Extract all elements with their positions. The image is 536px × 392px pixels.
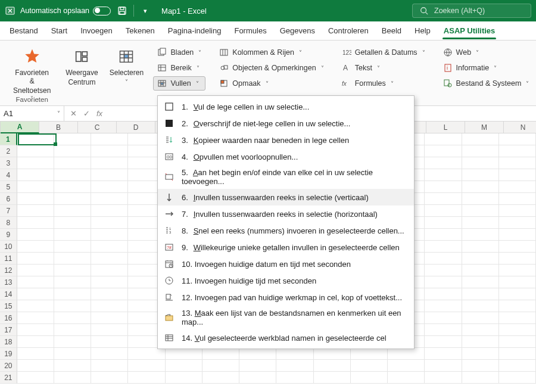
- row-header[interactable]: 10: [0, 241, 17, 253]
- cell[interactable]: [17, 205, 54, 217]
- cell[interactable]: [388, 348, 425, 360]
- cell[interactable]: [91, 241, 128, 253]
- cell[interactable]: [462, 312, 499, 324]
- cell[interactable]: [54, 312, 91, 324]
- cell[interactable]: [425, 372, 462, 384]
- search-box[interactable]: Zoeken (Alt+Q): [412, 4, 531, 18]
- cell[interactable]: [54, 217, 91, 229]
- tekst-button[interactable]: A Tekst˅: [338, 61, 429, 75]
- cell[interactable]: [239, 372, 276, 384]
- cell[interactable]: [91, 253, 128, 265]
- cell[interactable]: [17, 276, 54, 288]
- column-header[interactable]: D: [117, 122, 155, 133]
- cell[interactable]: [166, 360, 202, 372]
- cell[interactable]: [54, 276, 91, 288]
- cell[interactable]: [17, 336, 54, 348]
- menu-item-11[interactable]: 11. Invoegen huidige tijd met seconden: [158, 272, 414, 289]
- menu-item-5[interactable]: 5. Aan het begin en/of einde van elke ce…: [158, 165, 414, 189]
- cell[interactable]: [314, 372, 351, 384]
- cell[interactable]: [91, 145, 128, 157]
- tab-start[interactable]: Start: [45, 23, 73, 39]
- cell[interactable]: [128, 372, 165, 384]
- cell[interactable]: [462, 241, 499, 253]
- informatie-button[interactable]: i Informatie˅: [439, 61, 534, 75]
- cell[interactable]: [462, 133, 499, 145]
- cell[interactable]: [54, 253, 91, 265]
- cell[interactable]: [54, 300, 91, 312]
- cell[interactable]: [239, 360, 276, 372]
- cell[interactable]: [91, 372, 128, 384]
- menu-item-2[interactable]: 2. Overschrijf de niet-lege cellen in uw…: [158, 115, 414, 132]
- cell[interactable]: [54, 181, 91, 193]
- cell[interactable]: [462, 217, 499, 229]
- save-icon[interactable]: [116, 4, 129, 17]
- cell[interactable]: [17, 217, 54, 229]
- confirm-icon[interactable]: ✓: [81, 109, 92, 118]
- cell[interactable]: [17, 265, 54, 276]
- row-header[interactable]: 11: [0, 253, 17, 265]
- cell[interactable]: [462, 324, 499, 336]
- row-header[interactable]: 3: [0, 157, 17, 169]
- cell[interactable]: [239, 348, 276, 360]
- cell[interactable]: [17, 360, 54, 372]
- cell[interactable]: [91, 336, 128, 348]
- cell[interactable]: [462, 336, 499, 348]
- cell[interactable]: [166, 372, 202, 384]
- cell[interactable]: [499, 276, 536, 288]
- cell[interactable]: [499, 229, 536, 241]
- cell[interactable]: [17, 133, 54, 145]
- cell[interactable]: [54, 372, 91, 384]
- cell[interactable]: [462, 348, 499, 360]
- cell[interactable]: [425, 253, 462, 265]
- cell[interactable]: [91, 288, 128, 300]
- web-button[interactable]: Web˅: [439, 45, 534, 60]
- cell[interactable]: [425, 276, 462, 288]
- cell[interactable]: [54, 324, 91, 336]
- cell[interactable]: [17, 372, 54, 384]
- menu-item-14[interactable]: 14. Vul geselecteerde werkblad namen in …: [158, 329, 414, 346]
- column-header[interactable]: N: [504, 122, 536, 133]
- row-header[interactable]: 18: [0, 336, 17, 348]
- autosave-toggle[interactable]: Automatisch opslaan: [20, 7, 111, 15]
- cell[interactable]: [54, 145, 91, 157]
- menu-item-4[interactable]: 004. Opvullen met voorloopnullen...: [158, 148, 414, 165]
- weergave-centrum-button[interactable]: Weergave Centrum: [62, 44, 101, 87]
- cell[interactable]: [462, 157, 499, 169]
- row-header[interactable]: 13: [0, 276, 17, 288]
- cell[interactable]: [499, 217, 536, 229]
- cell[interactable]: [425, 348, 462, 360]
- cell[interactable]: [91, 157, 128, 169]
- row-header[interactable]: 9: [0, 229, 17, 241]
- tab-beeld[interactable]: Beeld: [376, 23, 407, 39]
- cell[interactable]: [54, 169, 91, 181]
- tab-invoegen[interactable]: Invoegen: [74, 23, 119, 39]
- formules-button[interactable]: fx Formules˅: [338, 76, 429, 91]
- tab-gegevens[interactable]: Gegevens: [274, 23, 321, 39]
- cell[interactable]: [17, 181, 54, 193]
- cell[interactable]: [499, 348, 536, 360]
- menu-item-7[interactable]: 7. Invullen tussenwaarden reeks in selec…: [158, 206, 414, 222]
- tab-controleren[interactable]: Controleren: [322, 23, 375, 39]
- menu-item-10[interactable]: 10. Invoegen huidige datum en tijd met s…: [158, 256, 414, 272]
- selecteren-button[interactable]: Selecteren ˅: [106, 44, 147, 85]
- row-header[interactable]: 19: [0, 348, 17, 360]
- cell[interactable]: [54, 265, 91, 276]
- menu-item-3[interactable]: 3. Kopieer waarden naar beneden in lege …: [158, 132, 414, 148]
- cell[interactable]: [91, 217, 128, 229]
- cell[interactable]: [54, 336, 91, 348]
- cell[interactable]: [425, 360, 462, 372]
- cell[interactable]: [499, 372, 536, 384]
- cell[interactable]: [91, 205, 128, 217]
- cell[interactable]: [202, 360, 239, 372]
- fx-icon[interactable]: fx: [94, 109, 105, 118]
- cell[interactable]: [17, 145, 54, 157]
- cell[interactable]: [462, 229, 499, 241]
- cell[interactable]: [425, 288, 462, 300]
- cell[interactable]: [91, 276, 128, 288]
- objecten-opmerkingen-button[interactable]: Objecten & Opmerkingen˅: [215, 61, 328, 75]
- cell[interactable]: [462, 169, 499, 181]
- cell[interactable]: [425, 265, 462, 276]
- cell[interactable]: [17, 288, 54, 300]
- cell[interactable]: [425, 241, 462, 253]
- cell[interactable]: [425, 145, 462, 157]
